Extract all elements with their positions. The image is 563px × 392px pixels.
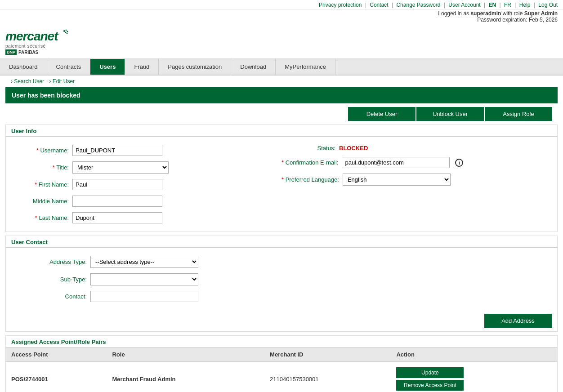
last-name-row: Last Name: (15, 209, 282, 226)
sub-type-label: Sub-Type: (33, 276, 87, 283)
user-info-title: User Info (6, 125, 557, 137)
alert-banner: User has been blocked (5, 87, 558, 103)
breadcrumb: › Search User › Edit User (5, 76, 558, 87)
svg-point-3 (66, 33, 67, 34)
logo-bank: BNP PARIBAS (5, 49, 67, 55)
first-name-row: First Name: (15, 176, 282, 193)
logged-username: superadmin (470, 10, 501, 17)
password-expiry: Password expiration: Feb 5, 2026 (477, 17, 558, 23)
logo-name: mercanet (5, 29, 58, 44)
contact-input[interactable] (90, 291, 198, 302)
svg-point-0 (63, 30, 65, 32)
help-link[interactable]: Help (519, 2, 531, 8)
nav-dashboard[interactable]: Dashboard (0, 59, 47, 75)
privacy-link[interactable]: Privacy protection (319, 2, 362, 8)
first-name-label: First Name: (15, 181, 69, 188)
info-icon[interactable]: i (455, 159, 463, 167)
last-name-label: Last Name: (15, 214, 69, 221)
add-address-wrap: Add Address (6, 310, 557, 331)
user-contact-section: User Contact Address Type: --Select addr… (5, 236, 558, 332)
col-role: Role (107, 347, 264, 362)
nav-contracts[interactable]: Contracts (47, 59, 91, 75)
remove-access-point-button-1[interactable]: Remove Access Point (396, 380, 464, 391)
logout-link[interactable]: Log Out (538, 2, 558, 8)
role-cell: Merchant Fraud Admin (107, 362, 264, 392)
language-row: Preferred Language: English French Germa… (282, 171, 548, 188)
nav-fraud[interactable]: Fraud (125, 59, 159, 75)
access-points-title: Assigned Access Point/Role Pairs (6, 336, 557, 347)
sub-type-row: Sub-Type: (33, 271, 548, 288)
access-point-cell: POS/2744001 (6, 362, 107, 392)
change-password-link[interactable]: Change Password (396, 2, 440, 8)
delete-user-button[interactable]: Delete User (348, 107, 416, 121)
merchant-id-cell: 211040157530001 (264, 362, 391, 392)
user-info-section: User Info Username: Title: Mister Miss M… (5, 125, 558, 232)
title-select[interactable]: Mister Miss Mrs Dr (72, 161, 169, 174)
table-row: POS/2744001 Merchant Fraud Admin 2110401… (6, 362, 557, 392)
main-nav: Dashboard Contracts Users Fraud Pages cu… (0, 59, 563, 76)
nav-pages[interactable]: Pages customization (159, 59, 231, 75)
breadcrumb-search-user[interactable]: › Search User (11, 78, 44, 85)
nav-download[interactable]: Download (231, 59, 276, 75)
email-row: Confirmation E-mail: i (282, 154, 548, 171)
action-buttons-row: Delete User Unblock User Assign Role (5, 103, 558, 125)
access-points-section: Assigned Access Point/Role Pairs Access … (5, 335, 558, 392)
lang-en[interactable]: EN (489, 2, 496, 8)
sub-type-select[interactable] (90, 273, 198, 285)
col-access-point: Access Point (6, 347, 107, 362)
user-contact-title: User Contact (6, 236, 557, 248)
address-type-select[interactable]: --Select address type-- Email Phone Fax (90, 256, 198, 268)
middle-name-label: Middle Name: (15, 198, 69, 205)
title-label: Title: (15, 164, 69, 171)
logo: mercanet paiement sécurisé BNP PARIBAS (5, 29, 67, 55)
logo-sub: paiement sécurisé (5, 44, 67, 49)
language-select[interactable]: English French German Spanish (343, 174, 451, 186)
lang-fr[interactable]: FR (504, 2, 511, 8)
contact-row: Contact: (33, 288, 548, 305)
contact-label: Contact: (33, 293, 87, 300)
username-row: Username: (15, 142, 282, 159)
username-input[interactable] (72, 145, 162, 156)
svg-point-2 (67, 31, 68, 32)
last-name-input[interactable] (72, 212, 162, 223)
access-points-table: Access Point Role Merchant ID Action POS… (6, 347, 557, 392)
first-name-input[interactable] (72, 179, 162, 190)
nav-users[interactable]: Users (90, 59, 125, 75)
address-type-row: Address Type: --Select address type-- Em… (33, 253, 548, 271)
unblock-user-button[interactable]: Unblock User (416, 107, 484, 121)
user-account-link[interactable]: User Account (448, 2, 480, 8)
add-address-button[interactable]: Add Address (484, 314, 552, 328)
language-label: Preferred Language: (282, 176, 339, 183)
logged-role: Super Admin (524, 10, 558, 17)
middle-name-row: Middle Name: (15, 193, 282, 209)
status-row: Status: BLOCKED (282, 142, 548, 154)
contact-link[interactable]: Contact (370, 2, 388, 8)
svg-point-1 (65, 30, 67, 31)
status-value: BLOCKED (339, 145, 368, 151)
col-merchant-id: Merchant ID (264, 347, 391, 362)
email-label: Confirmation E-mail: (282, 159, 338, 166)
status-label: Status: (282, 145, 335, 151)
username-label: Username: (15, 147, 69, 154)
email-input[interactable] (342, 157, 450, 168)
svg-point-4 (65, 32, 66, 33)
breadcrumb-edit-user[interactable]: › Edit User (49, 78, 75, 85)
title-row: Title: Mister Miss Mrs Dr (15, 159, 282, 176)
logged-info: Logged in as superadmin with role Super … (0, 9, 563, 26)
nav-myperformance[interactable]: MyPerformance (276, 59, 335, 75)
update-button-1[interactable]: Update (396, 367, 464, 378)
middle-name-input[interactable] (72, 196, 162, 207)
address-type-label: Address Type: (33, 258, 87, 265)
header: mercanet paiement sécurisé BNP PARIBAS (0, 26, 563, 59)
assign-role-button[interactable]: Assign Role (485, 107, 552, 121)
action-cell: Update Remove Access Point (391, 362, 557, 392)
col-action: Action (391, 347, 557, 362)
